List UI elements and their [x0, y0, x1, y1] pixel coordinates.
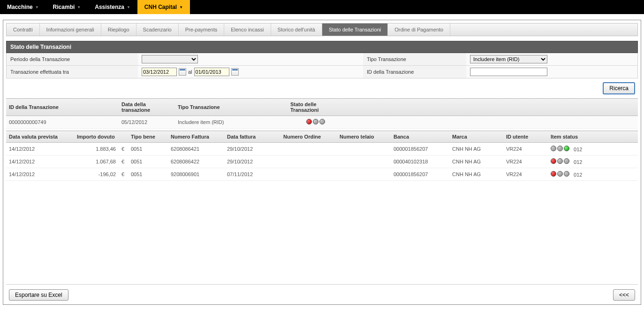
th-marca: Marca: [449, 131, 503, 143]
search-button[interactable]: Ricerca: [603, 82, 635, 94]
nav-macchine[interactable]: Macchine ▼: [0, 0, 46, 14]
table-row[interactable]: 14/12/2012-196,02€0051920800690107/11/20…: [6, 168, 638, 181]
th-tipo-bene: Tipo bene: [128, 131, 168, 143]
tipo-label: Tipo Transazione: [363, 53, 466, 65]
th-id: ID della Transazione: [6, 99, 119, 116]
cell-item-status: 012: [548, 155, 638, 168]
export-excel-button[interactable]: Esportare su Excel: [9, 289, 68, 301]
cell-id: 0000000000749: [6, 116, 119, 129]
status-indicator-icon: [551, 158, 569, 164]
cell-marca: CNH NH AG: [449, 168, 503, 181]
periodo-select[interactable]: [142, 55, 198, 63]
tab-pre-payments[interactable]: Pre-payments: [179, 23, 224, 36]
nav-cnh-capital[interactable]: CNH Capital ▼: [137, 0, 190, 14]
th-data-fattura: Data fattura: [224, 131, 280, 143]
tab-stato-transazioni[interactable]: Stato delle Transazioni: [322, 23, 388, 36]
tab-scadenzario[interactable]: Scadenzario: [136, 23, 179, 36]
status-indicator-icon: [551, 146, 569, 151]
cell-data-fattura: 29/10/2012: [224, 155, 280, 168]
top-nav: Macchine ▼ Ricambi ▼ Assistenza ▼ CNH Ca…: [0, 0, 644, 14]
status-indicator-icon: [306, 119, 325, 124]
tab-riepilogo[interactable]: Riepilogo: [101, 23, 136, 36]
cell-num-ordine: [280, 143, 337, 155]
cell-num-telaio: [337, 143, 391, 155]
cell-data-fattura: 29/10/2012: [224, 143, 280, 155]
cell-data-fattura: 07/11/2012: [224, 168, 280, 181]
calendar-icon[interactable]: [231, 68, 239, 76]
th-blank: [344, 99, 638, 116]
cell-currency: €: [119, 155, 128, 168]
status-code: 012: [572, 159, 582, 165]
footer-bar: Esportare su Excel <<<: [6, 284, 638, 302]
tab-storico-unita[interactable]: Storico dell'unità: [271, 23, 322, 36]
cell-data-valuta: 14/12/2012: [6, 168, 74, 181]
cell-num-telaio: [337, 168, 391, 181]
cell-marca: CNH NH AG: [449, 155, 503, 168]
cell-id-utente: VR224: [503, 168, 548, 181]
status-code: 012: [572, 172, 582, 178]
tab-elenco-incassi[interactable]: Elenco incassi: [224, 23, 271, 36]
nav-label: Assistenza: [95, 4, 124, 10]
cell-item-status: 012: [548, 168, 638, 181]
transaction-row[interactable]: 0000000000749 05/12/2012 Includere item …: [6, 116, 638, 129]
sub-tabs: Contratti Informazioni generali Riepilog…: [6, 23, 638, 36]
nav-label: Ricambi: [53, 4, 75, 10]
date-from-input[interactable]: [142, 68, 177, 76]
cell-tipo-bene: 0051: [128, 168, 168, 181]
tipo-select[interactable]: Includere item (RID): [470, 55, 547, 63]
detail-table: Data valuta prevista Importo dovuto Tipo…: [6, 131, 638, 181]
cell-banca: 000040102318: [391, 155, 449, 168]
cell-importo: 1.883,46: [74, 143, 119, 155]
cell-num-fattura: 6208086422: [168, 155, 224, 168]
nav-label: CNH Capital: [144, 4, 177, 10]
tra-label: Transazione effettuata tra: [7, 66, 138, 78]
cell-num-fattura: 9208006901: [168, 168, 224, 181]
chevron-down-icon: ▼: [35, 5, 39, 9]
periodo-label: Periodo della Transazione: [7, 53, 138, 65]
th-importo: Importo dovuto: [74, 131, 128, 143]
tab-contratti[interactable]: Contratti: [7, 23, 40, 36]
search-row: Ricerca: [6, 80, 638, 96]
cell-stato: [288, 116, 344, 129]
th-num-fattura: Numero Fattura: [168, 131, 224, 143]
th-tipo: Tipo Transazione: [175, 99, 288, 116]
tab-informazioni-generali[interactable]: Informazioni generali: [40, 23, 101, 36]
cell-data: 05/12/2012: [119, 116, 175, 129]
th-banca: Banca: [391, 131, 449, 143]
cell-tipo-bene: 0051: [128, 143, 168, 155]
back-button[interactable]: <<<: [613, 289, 635, 301]
th-num-telaio: Numero telaio: [337, 131, 391, 143]
cell-tipo-bene: 0051: [128, 155, 168, 168]
tab-ordine-pagamento[interactable]: Ordine di Pagamento: [388, 23, 450, 36]
cell-id-utente: VR224: [503, 155, 548, 168]
nav-assistenza[interactable]: Assistenza ▼: [88, 0, 137, 14]
cell-id-utente: VR224: [503, 143, 548, 155]
th-data-valuta: Data valuta prevista: [6, 131, 74, 143]
cell-num-fattura: 6208086421: [168, 143, 224, 155]
cell-data-valuta: 14/12/2012: [6, 143, 74, 155]
transaction-table: ID della Transazione Data della transazi…: [6, 98, 638, 129]
th-data: Data della transazione: [119, 99, 175, 116]
cell-marca: CNH NH AG: [449, 143, 503, 155]
nav-label: Macchine: [7, 4, 33, 10]
cell-num-ordine: [280, 155, 337, 168]
date-to-input[interactable]: [194, 68, 229, 76]
chevron-down-icon: ▼: [127, 5, 130, 9]
status-code: 012: [572, 147, 582, 152]
table-row[interactable]: 14/12/20121.067,68€0051620808642229/10/2…: [6, 155, 638, 168]
table-row[interactable]: 14/12/20121.883,46€0051620808642129/10/2…: [6, 143, 638, 155]
th-num-ordine: Numero Ordine: [280, 131, 337, 143]
cell-num-ordine: [280, 168, 337, 181]
cell-currency: €: [119, 143, 128, 155]
cell-num-telaio: [337, 155, 391, 168]
calendar-icon[interactable]: [179, 68, 186, 76]
cell-tipo: Includere item (RID): [175, 116, 288, 129]
cell-importo: 1.067,68: [74, 155, 119, 168]
cell-banca: 000001856207: [391, 143, 449, 155]
chevron-down-icon: ▼: [179, 5, 183, 9]
nav-ricambi[interactable]: Ricambi ▼: [46, 0, 88, 14]
main-panel: Contratti Informazioni generali Riepilog…: [3, 20, 641, 305]
cell-item-status: 012: [548, 143, 638, 155]
status-indicator-icon: [551, 171, 569, 177]
idtrans-input[interactable]: [470, 68, 547, 76]
